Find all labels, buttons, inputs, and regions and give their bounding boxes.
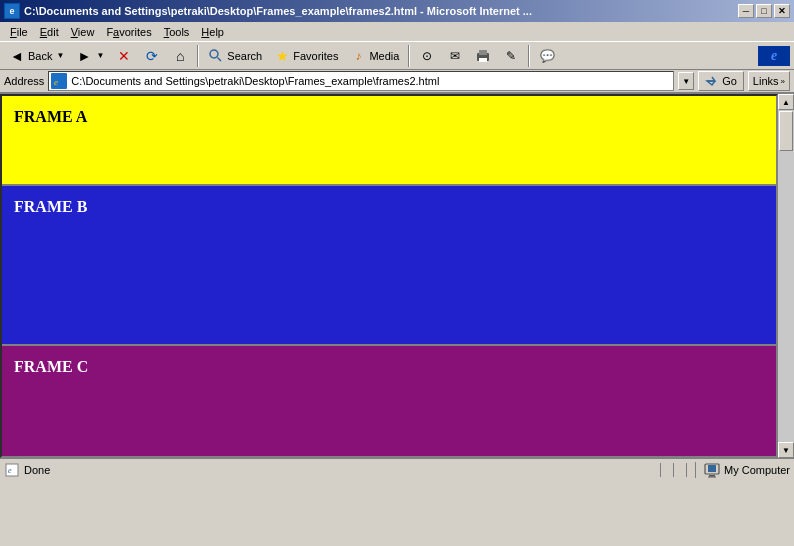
title-bar-controls[interactable]: ─ □ ✕ <box>738 4 790 18</box>
scroll-track[interactable] <box>778 110 794 442</box>
vertical-scrollbar[interactable]: ▲ ▼ <box>778 94 794 458</box>
mail-button[interactable]: ✉ <box>442 45 468 67</box>
address-input-wrap[interactable]: e C:\Documents and Settings\petraki\Desk… <box>48 71 674 91</box>
status-zone: My Computer <box>695 462 790 478</box>
svg-text:e: e <box>8 466 12 475</box>
svg-text:e: e <box>54 77 58 87</box>
toolbar: ◄ Back ▼ ► ▼ ✕ ⟳ ⌂ Search ★ Favorites ♪ … <box>0 42 794 70</box>
edit-button[interactable]: ✎ <box>498 45 524 67</box>
address-favicon-icon: e <box>51 73 67 89</box>
computer-icon <box>704 462 720 478</box>
svg-line-1 <box>218 57 222 61</box>
toolbar-separator-1 <box>197 45 199 67</box>
svg-point-0 <box>210 50 218 58</box>
title-bar-text: C:\Documents and Settings\petraki\Deskto… <box>24 5 532 17</box>
svg-rect-3 <box>479 50 487 55</box>
svg-rect-14 <box>708 476 716 477</box>
close-button[interactable]: ✕ <box>774 4 790 18</box>
address-bar: Address e C:\Documents and Settings\petr… <box>0 70 794 94</box>
menu-edit[interactable]: Edit <box>34 24 65 40</box>
status-divider-2 <box>673 463 674 477</box>
address-label: Address <box>4 75 44 87</box>
mail-icon: ✉ <box>447 48 463 64</box>
discuss-button[interactable]: 💬 <box>534 45 560 67</box>
links-label: Links <box>753 75 779 87</box>
menu-tools[interactable]: Tools <box>158 24 196 40</box>
address-input[interactable]: C:\Documents and Settings\petraki\Deskto… <box>71 75 671 87</box>
home-icon: ⌂ <box>172 48 188 64</box>
search-button[interactable]: Search <box>203 45 267 67</box>
media-icon: ♪ <box>350 48 366 64</box>
search-icon <box>208 48 224 64</box>
frame-a-label: FRAME A <box>14 108 87 125</box>
stop-icon: ✕ <box>116 48 132 64</box>
scroll-thumb[interactable] <box>779 111 793 151</box>
forward-icon: ► <box>76 48 92 64</box>
favorites-icon: ★ <box>274 48 290 64</box>
links-expand-icon: » <box>781 77 785 86</box>
status-divider-1 <box>660 463 661 477</box>
frame-b: FRAME B <box>2 186 776 346</box>
content-wrapper: FRAME A FRAME B FRAME C ▲ ▼ <box>0 94 794 458</box>
frame-c-label: FRAME C <box>14 358 88 375</box>
go-arrow-icon <box>705 74 719 88</box>
status-bar: e Done My Computer <box>0 458 794 480</box>
forward-button[interactable]: ► ▼ <box>71 45 109 67</box>
favorites-label: Favorites <box>293 50 338 62</box>
refresh-icon: ⟳ <box>144 48 160 64</box>
favorites-button[interactable]: ★ Favorites <box>269 45 343 67</box>
svg-rect-4 <box>479 58 487 62</box>
links-button[interactable]: Links » <box>748 71 790 91</box>
menu-view[interactable]: View <box>65 24 101 40</box>
toolbar-separator-3 <box>528 45 530 67</box>
go-label: Go <box>722 75 737 87</box>
home-button[interactable]: ⌂ <box>167 45 193 67</box>
refresh-button[interactable]: ⟳ <box>139 45 165 67</box>
scroll-up-button[interactable]: ▲ <box>778 94 794 110</box>
minimize-button[interactable]: ─ <box>738 4 754 18</box>
maximize-button[interactable]: □ <box>756 4 772 18</box>
forward-dropdown-icon: ▼ <box>96 51 104 60</box>
menu-favorites[interactable]: Favorites <box>100 24 157 40</box>
back-dropdown-icon: ▼ <box>56 51 64 60</box>
toolbar-separator-2 <box>408 45 410 67</box>
menu-help[interactable]: Help <box>195 24 230 40</box>
browser-content: FRAME A FRAME B FRAME C <box>0 94 778 458</box>
history-button[interactable]: ⊙ <box>414 45 440 67</box>
scroll-down-button[interactable]: ▼ <box>778 442 794 458</box>
print-button[interactable] <box>470 45 496 67</box>
status-page-icon: e <box>4 462 20 478</box>
ie-favicon-icon: e <box>4 3 20 19</box>
frame-b-label: FRAME B <box>14 198 87 215</box>
media-button[interactable]: ♪ Media <box>345 45 404 67</box>
frame-c: FRAME C <box>2 346 776 456</box>
menu-bar: File Edit View Favorites Tools Help <box>0 22 794 42</box>
print-icon <box>475 48 491 64</box>
title-bar: e C:\Documents and Settings\petraki\Desk… <box>0 0 794 22</box>
menu-file[interactable]: File <box>4 24 34 40</box>
status-text: Done <box>24 464 652 476</box>
svg-rect-13 <box>709 475 715 477</box>
media-label: Media <box>369 50 399 62</box>
zone-label: My Computer <box>724 464 790 476</box>
back-button[interactable]: ◄ Back ▼ <box>4 45 69 67</box>
ie-logo: e <box>758 46 790 66</box>
stop-button[interactable]: ✕ <box>111 45 137 67</box>
go-button[interactable]: Go <box>698 71 744 91</box>
frame-a: FRAME A <box>2 96 776 186</box>
history-icon: ⊙ <box>419 48 435 64</box>
status-divider-3 <box>686 463 687 477</box>
search-label: Search <box>227 50 262 62</box>
back-icon: ◄ <box>9 48 25 64</box>
svg-rect-12 <box>708 465 716 472</box>
title-bar-left: e C:\Documents and Settings\petraki\Desk… <box>4 3 532 19</box>
edit-icon: ✎ <box>503 48 519 64</box>
discuss-icon: 💬 <box>539 48 555 64</box>
address-dropdown-button[interactable]: ▼ <box>678 72 694 90</box>
